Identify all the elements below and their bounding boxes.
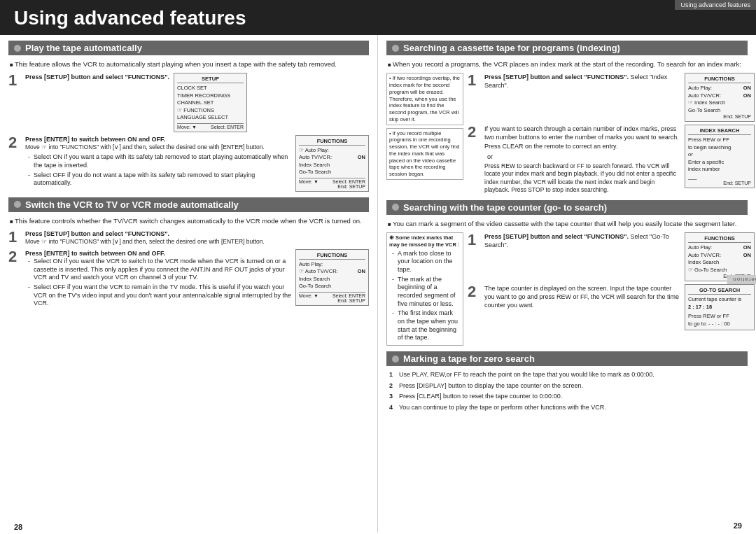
- switch-vcr-step1-label: Press [SETUP] button and select "FUNCTIO…: [25, 230, 169, 237]
- section-zero-title: Marking a tape for zero search: [403, 353, 535, 364]
- page-num-right: 29: [734, 521, 742, 530]
- section-zero-header: Marking a tape for zero search: [386, 351, 748, 366]
- switch-vcr-step1: 1 Press [SETUP] button and select "FUNCT…: [8, 230, 369, 246]
- section-play-tape-header: Play the tape automatically: [8, 41, 369, 55]
- play-tape-step1-content: Press [SETUP] button and select "FUNCTIO…: [25, 73, 247, 132]
- section-indexing-desc: When you record a programs, the VCR plac…: [386, 59, 748, 69]
- bullet-item: The first index mark on the tape when yo…: [392, 309, 461, 342]
- switch-vcr-step2-label: Press [ENTER] to switch between ON and O…: [25, 250, 165, 257]
- page-num-left: 28: [14, 523, 22, 531]
- play-tape-step1-label: Press [SETUP] button and select "FUNCTIO…: [25, 73, 169, 80]
- marking-step-1-text: Use PLAY, REW,or FF to reach the point o…: [399, 370, 654, 380]
- section-goto-search: Searching with the tape counter (go- to …: [386, 200, 748, 346]
- bullet-item: Select OFF if you want the VCR to remain…: [28, 283, 291, 308]
- goto-notes: ⊕ Some index marks that may be missed by…: [386, 232, 463, 346]
- page-title: Using advanced features: [14, 7, 246, 29]
- section-play-tape-title: Play the tape automatically: [25, 43, 142, 53]
- indexing-step2-detail: Press REW to search backward or FF to se…: [484, 162, 680, 195]
- vcr-operation-tab: VCR Operation: [727, 275, 756, 284]
- section-switch-vcr-title: Switch the VCR to TV or VCR mode automat…: [25, 199, 239, 210]
- bullet-item: Select OFF if you do not want a tape wit…: [28, 171, 291, 188]
- section-goto-header: Searching with the tape counter (go- to …: [386, 200, 748, 215]
- indexing-step1: 1 Press [SETUP] button and select "FUNCT…: [468, 73, 748, 122]
- right-column: Searching a cassette tape for programs (…: [378, 35, 756, 533]
- bullet-item: A mark too close to your location on the…: [392, 250, 461, 274]
- section-goto-desc: You can mark a segment of the video cass…: [386, 219, 748, 228]
- play-tape-step2-content: Press [ENTER] to switch between ON and O…: [25, 135, 369, 192]
- switch-vcr-step1-detail: Move ☞ into "FUNCTIONS" with [∨] and the…: [25, 238, 369, 246]
- section-switch-vcr-desc: This feature controls whether the TV/VCR…: [8, 216, 369, 225]
- section-goto-title: Searching with the tape counter (go- to …: [403, 202, 607, 213]
- functions-screen-4: FUNCTIONS Auto Play:ON Auto TV/VCR:ON In…: [685, 232, 755, 281]
- section-indexing: Searching a cassette tape for programs (…: [386, 41, 748, 195]
- indexing-step2-num: 2: [468, 125, 480, 140]
- goto-step1: 1 Press [SETUP] button and select "FUNCT…: [468, 232, 748, 281]
- marking-step-2: 2 Press [DISPLAY] button to display the …: [389, 381, 748, 391]
- goto-step1-label: Press [SETUP] button and select "FUNCTIO…: [484, 233, 629, 240]
- setup-screen-1-title: SETUP: [177, 76, 244, 83]
- index-search-screen: INDEX SEARCH Press REW or FF to begin se…: [685, 125, 755, 188]
- section-switch-vcr: Switch the VCR to TV or VCR mode automat…: [8, 197, 369, 309]
- section-switch-vcr-header: Switch the VCR to TV or VCR mode automat…: [8, 197, 369, 212]
- play-tape-step2-num: 2: [8, 135, 21, 150]
- play-tape-step2-bullets: Select ON if you want a tape with its sa…: [25, 153, 291, 188]
- switch-vcr-step1-num: 1: [8, 230, 21, 245]
- bullet-item: The mark at the beginning of a recorded …: [392, 276, 461, 309]
- play-tape-step1: 1 Press [SETUP] button and select "FUNCT…: [8, 73, 369, 132]
- marking-step-4: 4 You can continue to play the tape or p…: [389, 403, 748, 413]
- section-zero-search: Marking a tape for zero search 1 Use PLA…: [386, 351, 748, 412]
- play-tape-step2-detail: Move ☞ into "FUNCTIONS" with [∨] and the…: [25, 143, 291, 151]
- section-indexing-header: Searching a cassette tape for programs (…: [386, 41, 748, 55]
- indexing-step1-label: Press [SETUP] button and select "FUNCTIO…: [484, 73, 629, 80]
- indexing-notes: • If two recordings overlap, the index m…: [386, 73, 463, 194]
- switch-vcr-step2-bullets: Select ON if you want the VCR to switch …: [25, 258, 291, 308]
- left-column: Play the tape automatically This feature…: [0, 35, 378, 533]
- play-tape-step2-label: Press [ENTER] to switch between ON and O…: [25, 136, 165, 143]
- indexing-or: or: [487, 153, 680, 161]
- indexing-step2-label: If you want to search through a certain …: [484, 125, 680, 150]
- play-tape-step2: 2 Press [ENTER] to switch between ON and…: [8, 135, 369, 192]
- bullet-item: Select ON if you want the VCR to switch …: [28, 258, 291, 282]
- indexing-step2: 2 If you want to search through a certai…: [468, 125, 748, 194]
- functions-screen-3: FUNCTIONS Auto Play:ON Auto TV/VCR:ON ☞ …: [685, 73, 755, 122]
- play-tape-step1-num: 1: [8, 73, 21, 88]
- section-play-tape-desc: This feature allows the VCR to automatic…: [8, 59, 369, 69]
- bullet-item: Select ON if you want a tape with its sa…: [28, 153, 291, 169]
- marking-step-3: 3 Press [CLEAR] button to reset the tape…: [389, 392, 748, 402]
- functions-screen-2: FUNCTIONS Auto Play: ☞ Auto TV/VCR:ON In…: [295, 249, 369, 306]
- functions-screen-1: FUNCTIONS ☞ Auto Play: Auto TV/VCR:ON In…: [295, 135, 369, 192]
- marking-step-2-text: Press [DISPLAY] button to display the ta…: [399, 381, 583, 391]
- section-indexing-title: Searching a cassette tape for programs (…: [403, 43, 620, 53]
- goto-search-screen: GO-TO SEARCH Current tape counter is 2 :…: [685, 284, 755, 330]
- goto-step2-num: 2: [468, 284, 480, 300]
- section-play-tape: Play the tape automatically This feature…: [8, 41, 369, 192]
- marking-step-4-text: You can continue to play the tape or per…: [399, 403, 606, 413]
- marking-steps: 1 Use PLAY, REW,or FF to reach the point…: [386, 370, 748, 412]
- goto-step2: 2 The tape counter is displayed on the s…: [468, 284, 748, 330]
- goto-step2-label: The tape counter is displayed on the scr…: [484, 284, 680, 309]
- switch-vcr-step2-num: 2: [8, 249, 21, 265]
- breadcrumb-text: Using advanced features: [680, 1, 750, 8]
- marking-step-3-text: Press [CLEAR] button to reset the tape c…: [399, 392, 562, 402]
- indexing-step1-num: 1: [468, 73, 480, 88]
- switch-vcr-step2: 2 Press [ENTER] to switch between ON and…: [8, 249, 369, 309]
- page-header: Using advanced features: [0, 0, 756, 35]
- goto-step1-num: 1: [468, 232, 480, 248]
- marking-step-1: 1 Use PLAY, REW,or FF to reach the point…: [389, 370, 748, 380]
- setup-screen-1: SETUP CLOCK SET TIMER RECORDINGS CHANNEL…: [174, 73, 247, 132]
- main-content: Play the tape automatically This feature…: [0, 35, 756, 533]
- breadcrumb-bar: Using advanced features: [675, 0, 756, 10]
